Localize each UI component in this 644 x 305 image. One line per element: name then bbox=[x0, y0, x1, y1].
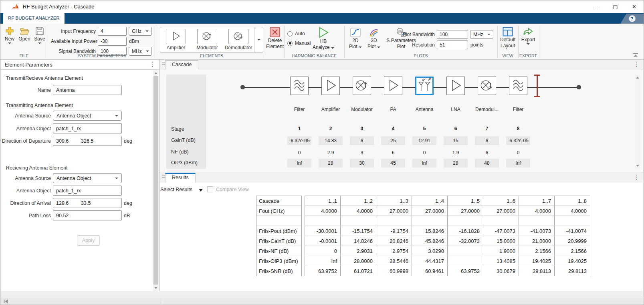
tab-cascade[interactable]: Cascade bbox=[165, 60, 198, 69]
gallery-item-demodulator[interactable]: Demodulator bbox=[223, 27, 254, 52]
left-panel-scrollbar[interactable] bbox=[153, 70, 159, 291]
cascade-element-filter[interactable] bbox=[509, 77, 527, 95]
new-dropdown-icon[interactable] bbox=[8, 42, 11, 44]
compare-view-checkbox[interactable] bbox=[207, 186, 213, 192]
cascade-tab-strip: Cascade ⋮ bbox=[160, 60, 643, 69]
3d-plot-button[interactable]: 3D Plot bbox=[366, 28, 382, 49]
section-export: EXPORT bbox=[518, 53, 538, 58]
scrollbar-thumb[interactable] bbox=[153, 76, 158, 285]
maximize-button[interactable]: ▢ bbox=[606, 0, 625, 13]
cascade-element-antenna[interactable] bbox=[415, 77, 434, 95]
resolution-field[interactable] bbox=[437, 40, 468, 49]
collapse-ribbon-icon[interactable] bbox=[633, 53, 638, 57]
window-title: RF Budget Analyzer - Cascade bbox=[23, 4, 94, 10]
gallery-item-modulator[interactable]: Modulator bbox=[192, 27, 223, 52]
save-button[interactable]: Save bbox=[32, 26, 47, 44]
results-cell: 1.9000 bbox=[483, 246, 519, 256]
nf-value-cell[interactable]: 6 bbox=[381, 148, 405, 157]
select-results-row: Select Results Compare View bbox=[160, 186, 643, 194]
scroll-up-icon[interactable] bbox=[154, 72, 157, 74]
panel-options-kebab-icon[interactable]: ⋮ bbox=[634, 61, 639, 68]
direction-of-arrival-field[interactable]: 129.633.5 bbox=[53, 198, 122, 208]
nf-value-cell[interactable]: 2.9 bbox=[319, 148, 343, 157]
panel-grip-icon[interactable] bbox=[162, 63, 165, 66]
demodulator-icon bbox=[232, 30, 245, 44]
results-cell: 2.1566 bbox=[519, 246, 555, 256]
rx-antenna-object-field[interactable]: patch_1_rx bbox=[53, 186, 122, 196]
cascade-element-amplifier[interactable] bbox=[321, 77, 340, 95]
nf-value-cell[interactable]: 1.9 bbox=[444, 148, 468, 157]
nf-value-cell[interactable]: 6 bbox=[475, 148, 499, 157]
available-input-power-field[interactable] bbox=[98, 37, 127, 46]
input-frequency-unit-dropdown[interactable]: GHz bbox=[129, 27, 152, 36]
open-button[interactable]: Open bbox=[17, 26, 32, 42]
gallery-item-amplifier[interactable]: Amplifier bbox=[160, 27, 192, 52]
scroll-down-icon[interactable] bbox=[636, 165, 639, 167]
filter-icon bbox=[291, 77, 308, 95]
oip3-value-cell[interactable]: Inf bbox=[412, 159, 436, 168]
oip3-value-cell[interactable]: 48 bbox=[475, 159, 499, 168]
export-dropdown-icon[interactable] bbox=[527, 43, 530, 45]
plot-bandwidth-row: Plot Bandwidth MHz bbox=[401, 30, 493, 39]
export-button[interactable]: Export bbox=[519, 27, 537, 45]
name-field[interactable]: Antenna bbox=[53, 85, 122, 95]
close-button[interactable]: ✕ bbox=[625, 0, 644, 13]
export-icon bbox=[523, 27, 533, 36]
hb-analyze-button[interactable]: HB Analyze bbox=[312, 27, 335, 50]
input-frequency-field[interactable] bbox=[98, 27, 127, 36]
gaint-value-cell[interactable]: 14.83 bbox=[319, 136, 343, 145]
scroll-down-icon[interactable] bbox=[154, 287, 157, 289]
cascade-element-filter[interactable] bbox=[290, 77, 309, 95]
gallery-expand-button[interactable] bbox=[254, 27, 263, 52]
cascade-element-pa[interactable] bbox=[384, 77, 402, 95]
delete-element-button[interactable]: Delete Element bbox=[266, 27, 283, 49]
scroll-up-icon[interactable] bbox=[636, 77, 639, 79]
apply-button[interactable]: Apply bbox=[77, 235, 100, 246]
rx-antenna-source-dropdown[interactable]: Antenna Object bbox=[53, 173, 122, 183]
2d-plot-button[interactable]: 2D Plot bbox=[347, 28, 363, 49]
new-button[interactable]: New bbox=[2, 26, 17, 44]
chevron-down-icon bbox=[331, 47, 334, 49]
select-results-dropdown-icon[interactable] bbox=[199, 189, 203, 192]
panel-options-kebab-icon[interactable]: ⋮ bbox=[150, 61, 155, 68]
gaint-value-cell[interactable]: 6 bbox=[350, 136, 374, 145]
oip3-value-cell[interactable]: 28 bbox=[319, 159, 343, 168]
panel-options-kebab-icon[interactable]: ⋮ bbox=[634, 174, 639, 181]
hb-manual-radio[interactable]: Manual bbox=[287, 40, 311, 46]
nf-value-cell[interactable]: 3 bbox=[350, 148, 374, 157]
oip3-value-cell[interactable]: 28 bbox=[444, 159, 468, 168]
oip3-value-cell[interactable]: 45 bbox=[381, 159, 405, 168]
tx-antenna-source-dropdown[interactable]: Antenna Object bbox=[53, 111, 122, 121]
cascade-element-modulator[interactable] bbox=[353, 77, 371, 95]
nf-value-cell[interactable]: 0 bbox=[506, 148, 530, 157]
nf-value-cell[interactable]: 0 bbox=[412, 148, 436, 157]
panel-grip-icon[interactable] bbox=[162, 176, 165, 179]
gaint-value-cell[interactable]: -6.32e-05 bbox=[506, 136, 530, 145]
direction-of-departure-field[interactable]: 309.6326.5 bbox=[53, 136, 122, 146]
hb-auto-radio[interactable]: Auto bbox=[287, 31, 305, 36]
gaint-value-cell[interactable]: 12.91 bbox=[412, 136, 436, 145]
plot-bandwidth-field[interactable] bbox=[437, 30, 468, 39]
save-dropdown-icon[interactable] bbox=[38, 42, 41, 44]
tab-results[interactable]: Results bbox=[165, 173, 196, 182]
tx-antenna-object-field[interactable]: patch_1_rx bbox=[53, 123, 122, 133]
oip3-value-cell[interactable]: Inf bbox=[506, 159, 530, 168]
cascade-element-lna[interactable] bbox=[446, 77, 465, 95]
nf-value-cell[interactable]: 0 bbox=[287, 148, 311, 157]
oip3-value-cell[interactable]: Inf bbox=[287, 159, 311, 168]
gaint-value-cell[interactable]: 6 bbox=[475, 136, 499, 145]
cascade-element-demodul[interactable] bbox=[478, 77, 496, 95]
help-button[interactable]: ? bbox=[620, 14, 644, 24]
default-layout-button[interactable]: Default Layout bbox=[499, 27, 517, 48]
cascade-scrollbar[interactable] bbox=[635, 75, 640, 169]
path-loss-field[interactable]: 90.52 bbox=[53, 210, 122, 220]
oip3-value-cell[interactable]: 30 bbox=[350, 159, 374, 168]
gaint-value-cell[interactable]: 15 bbox=[444, 136, 468, 145]
tab-rf-budget-analyzer[interactable]: RF BUDGET ANALYZER bbox=[3, 13, 65, 24]
collapse-panel-icon[interactable] bbox=[4, 299, 8, 303]
ribbon-tab-strip: RF BUDGET ANALYZER ? bbox=[0, 13, 644, 24]
gaint-value-cell[interactable]: -6.32e-05 bbox=[287, 136, 311, 145]
gaint-value-cell[interactable]: 25 bbox=[381, 136, 405, 145]
minimize-button[interactable]: – bbox=[587, 0, 606, 13]
plot-bandwidth-unit-dropdown[interactable]: MHz bbox=[470, 30, 493, 39]
